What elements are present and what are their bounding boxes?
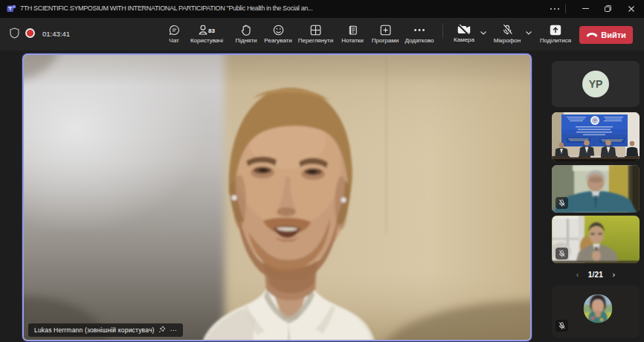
svg-text:83: 83 <box>208 28 215 34</box>
